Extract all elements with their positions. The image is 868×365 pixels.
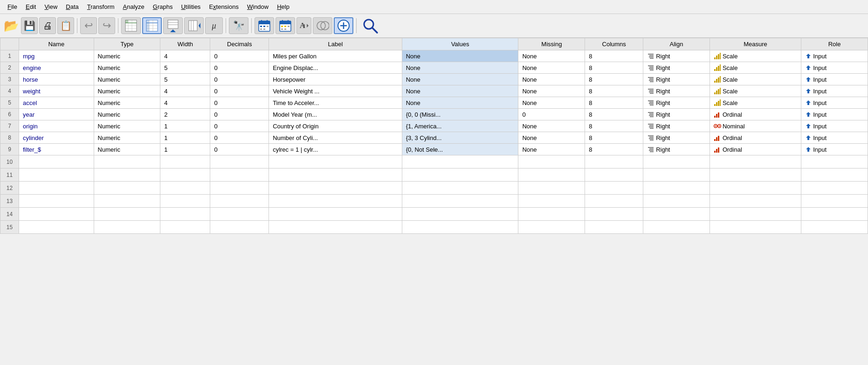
table-row[interactable]: Ordinal	[710, 144, 801, 155]
table-row[interactable]: 8	[585, 85, 643, 97]
menu-file[interactable]: File	[4, 2, 21, 12]
table-row[interactable]: origin	[19, 120, 94, 132]
table-row[interactable]: Input	[801, 85, 868, 97]
table-row[interactable]: None	[518, 120, 585, 132]
empty-cell[interactable]	[518, 168, 585, 182]
table-row[interactable]: 8	[585, 132, 643, 144]
table-row[interactable]: 0	[210, 74, 269, 85]
empty-cell[interactable]	[19, 168, 94, 182]
table-row[interactable]: Numeric	[94, 62, 160, 74]
empty-cell[interactable]	[518, 195, 585, 208]
table-row[interactable]: {0, Not Sele...	[402, 144, 518, 155]
table-row[interactable]: 8	[585, 144, 643, 155]
empty-cell[interactable]	[585, 195, 643, 208]
table-row[interactable]: None	[518, 85, 585, 97]
table-row[interactable]: 4	[160, 85, 210, 97]
empty-cell[interactable]	[160, 221, 210, 234]
table-row[interactable]: {1, America...	[402, 120, 518, 132]
table-row[interactable]: Vehicle Weight ...	[269, 85, 402, 97]
menu-help[interactable]: Help	[273, 2, 293, 12]
empty-cell[interactable]	[269, 195, 402, 208]
empty-cell[interactable]	[801, 182, 868, 195]
col-header-type[interactable]: Type	[94, 38, 160, 50]
table-row[interactable]: 5	[160, 62, 210, 74]
table-row[interactable]: 8	[585, 97, 643, 109]
insert-cases-button[interactable]	[163, 17, 183, 34]
empty-cell[interactable]	[710, 182, 801, 195]
table-row[interactable]: Nominal	[710, 120, 801, 132]
table-row[interactable]: weight	[19, 85, 94, 97]
col-header-label[interactable]: Label	[269, 38, 402, 50]
empty-cell[interactable]	[94, 221, 160, 234]
empty-cell[interactable]	[160, 182, 210, 195]
table-row[interactable]: 0	[210, 144, 269, 155]
table-row[interactable]: 0	[518, 109, 585, 120]
table-row[interactable]: None	[402, 85, 518, 97]
table-row[interactable]: None	[518, 132, 585, 144]
table-row[interactable]: mpg	[19, 50, 94, 62]
col-header-columns[interactable]: Columns	[585, 38, 643, 50]
table-row[interactable]: None	[518, 97, 585, 109]
table-row[interactable]: Input	[801, 97, 868, 109]
empty-cell[interactable]	[210, 155, 269, 168]
table-row[interactable]: Numeric	[94, 132, 160, 144]
table-row[interactable]: cylrec = 1 | cylr...	[269, 144, 402, 155]
empty-cell[interactable]	[19, 208, 94, 221]
table-row[interactable]: accel	[19, 97, 94, 109]
table-row[interactable]: Input	[801, 50, 868, 62]
table-row[interactable]: 0	[210, 132, 269, 144]
table-row[interactable]: Scale	[710, 50, 801, 62]
empty-cell[interactable]	[801, 221, 868, 234]
table-row[interactable]: Scale	[710, 62, 801, 74]
empty-cell[interactable]	[585, 155, 643, 168]
menu-utilities[interactable]: Utilities	[177, 2, 204, 12]
empty-cell[interactable]	[19, 155, 94, 168]
menu-analyze[interactable]: Analyze	[119, 2, 148, 12]
empty-cell[interactable]	[160, 168, 210, 182]
empty-cell[interactable]	[160, 195, 210, 208]
empty-cell[interactable]	[585, 182, 643, 195]
menu-window[interactable]: Window	[243, 2, 272, 12]
table-row[interactable]: engine	[19, 62, 94, 74]
empty-cell[interactable]	[402, 182, 518, 195]
table-row[interactable]: Right	[643, 97, 710, 109]
table-row[interactable]: 8	[585, 74, 643, 85]
table-row[interactable]: 2	[160, 109, 210, 120]
menu-edit[interactable]: Edit	[22, 2, 40, 12]
table-row[interactable]: 8	[585, 62, 643, 74]
table-row[interactable]: Input	[801, 120, 868, 132]
table-row[interactable]: Numeric	[94, 120, 160, 132]
empty-cell[interactable]	[402, 155, 518, 168]
empty-cell[interactable]	[710, 221, 801, 234]
table-row[interactable]: Horsepower	[269, 74, 402, 85]
menu-transform[interactable]: Transform	[83, 2, 118, 12]
empty-cell[interactable]	[210, 195, 269, 208]
table-row[interactable]: None	[402, 50, 518, 62]
table-row[interactable]: Scale	[710, 97, 801, 109]
table-row[interactable]: Scale	[710, 74, 801, 85]
empty-cell[interactable]	[710, 155, 801, 168]
table-row[interactable]: Numeric	[94, 144, 160, 155]
empty-cell[interactable]	[518, 221, 585, 234]
menu-graphs[interactable]: Graphs	[149, 2, 177, 12]
empty-cell[interactable]	[94, 208, 160, 221]
empty-cell[interactable]	[94, 195, 160, 208]
table-row[interactable]: Right	[643, 144, 710, 155]
fonts-button[interactable]: A	[296, 17, 311, 34]
empty-cell[interactable]	[269, 168, 402, 182]
variable-view-button[interactable]	[142, 17, 162, 34]
col-header-decimals[interactable]: Decimals	[210, 38, 269, 50]
empty-cell[interactable]	[643, 208, 710, 221]
table-row[interactable]: None	[518, 62, 585, 74]
insert-variable-button[interactable]	[184, 17, 204, 34]
empty-cell[interactable]	[643, 221, 710, 234]
empty-cell[interactable]	[518, 155, 585, 168]
table-row[interactable]: 0	[210, 97, 269, 109]
calendar2-button[interactable]	[276, 17, 295, 34]
print-button[interactable]: 🖨	[39, 17, 56, 34]
empty-cell[interactable]	[518, 182, 585, 195]
table-row[interactable]: 1	[160, 132, 210, 144]
empty-cell[interactable]	[402, 168, 518, 182]
empty-cell[interactable]	[801, 195, 868, 208]
table-row[interactable]: cylinder	[19, 132, 94, 144]
